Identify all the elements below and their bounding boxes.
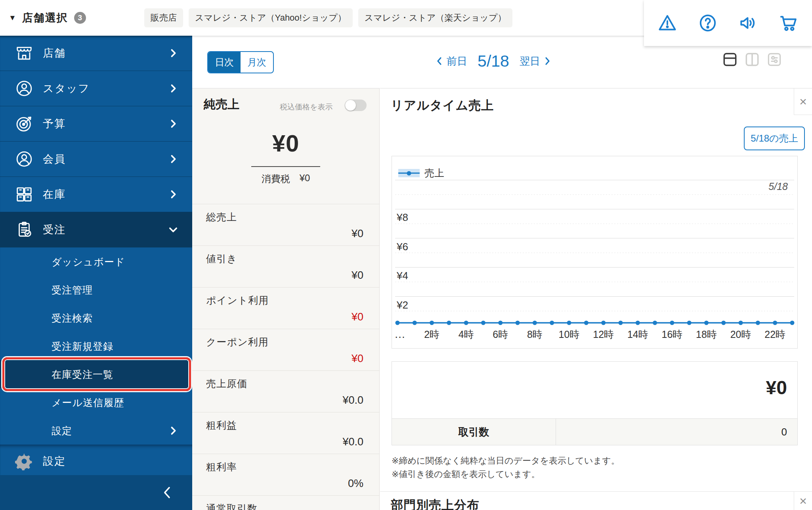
stat-value: ¥0.0	[342, 436, 363, 448]
close-icon: ×	[799, 494, 807, 508]
chevron-right-icon	[543, 56, 552, 66]
sidebar-subitem-order-search[interactable]: 受注検索	[0, 304, 192, 332]
inventory-icon	[15, 185, 33, 203]
consumption-tax-label: 消費税	[262, 173, 290, 185]
chart-date-label: 5/18	[768, 181, 788, 192]
sidebar-item-label: 予算	[43, 117, 66, 131]
layout-switcher	[722, 52, 782, 67]
svg-text:22時: 22時	[764, 329, 785, 340]
store-count-badge: 3	[74, 12, 86, 24]
svg-text:¥2: ¥2	[396, 299, 408, 311]
chevron-right-icon	[168, 189, 179, 200]
stat-row: 値引き¥0	[192, 245, 379, 287]
sidebar-item-budget[interactable]: 予算	[0, 106, 192, 142]
sidebar-subitem-inventory-order-list[interactable]: 在庫受注一覧	[0, 360, 192, 388]
chevron-left-icon	[435, 56, 444, 66]
svg-text:4時: 4時	[459, 329, 474, 340]
day-sales-button[interactable]: 5/18の売上	[744, 127, 805, 150]
svg-text:…: …	[394, 328, 405, 340]
svg-text:16時: 16時	[661, 329, 682, 340]
sidebar-item-label: 会員	[43, 152, 66, 166]
stat-label: ポイント利用	[206, 294, 269, 307]
sidebar-item-staff[interactable]: スタッフ	[0, 71, 192, 106]
store-selector-label: 店舗選択	[22, 11, 68, 25]
prev-day-label: 前日	[447, 54, 467, 68]
split-vertical-icon[interactable]	[744, 52, 760, 67]
consumption-tax-row: 消費税 ¥0	[192, 173, 379, 185]
cart-icon[interactable]	[779, 13, 799, 33]
summary-total-value: ¥0	[766, 377, 787, 399]
sidebar-subitem-order-management[interactable]: 受注管理	[0, 276, 192, 304]
footnote-1: ※締めに関係なく純粋な当日のデータを表示しています。	[392, 454, 620, 468]
gear-icon	[15, 452, 33, 470]
sidebar-subitem-mail-history[interactable]: メール送信履歴	[0, 388, 192, 416]
sidebar-subitem-label: 受注検索	[52, 311, 93, 324]
transactions-label: 取引数	[392, 419, 556, 445]
legend-label: 売上	[424, 167, 444, 180]
svg-text:6時: 6時	[493, 329, 508, 340]
store-selector[interactable]: ▼ 店舗選択 3	[9, 0, 86, 36]
legend-line-icon	[398, 169, 420, 177]
order-icon	[15, 220, 33, 239]
close-realtime-button[interactable]: ×	[794, 88, 812, 115]
stat-label: 値引き	[206, 252, 237, 265]
chart-plot-area: ¥8¥6¥4¥2…2時4時6時8時10時12時14時16時18時20時22時	[392, 156, 797, 348]
tab-monthly[interactable]: 月次	[241, 52, 273, 73]
stat-label: クーポン利用	[206, 336, 269, 349]
store-chips: 販売店 スマレジ・ストア（Yahoo!ショップ）スマレジ・ストア（楽天ショップ）	[144, 8, 512, 27]
store-chip[interactable]: スマレジ・ストア（Yahoo!ショップ）	[189, 8, 353, 27]
close-department-section-button[interactable]: ×	[794, 492, 812, 510]
sidebar-item-settings[interactable]: 設定	[0, 445, 192, 477]
channel-tag: 販売店	[144, 8, 183, 27]
sidebar-item-orders[interactable]: 受注	[0, 212, 192, 247]
next-day-button[interactable]: 翌日	[520, 54, 552, 68]
sidebar-item-label: スタッフ	[43, 81, 90, 96]
tax-display-toggle[interactable]	[345, 100, 367, 111]
stat-value: ¥0.0	[342, 394, 363, 406]
stat-value: ¥0	[352, 311, 363, 323]
sidebar-subitem-label: ダッシュボード	[52, 255, 125, 268]
header-icon-panel	[644, 0, 812, 46]
period-toggle: 日次 月次	[207, 51, 274, 73]
current-date[interactable]: 5/18	[478, 52, 509, 71]
stat-row: ポイント利用¥0	[192, 287, 379, 329]
chart-legend[interactable]: 売上	[398, 167, 444, 180]
transactions-row: 取引数 0	[392, 418, 797, 445]
stat-row: クーポン利用¥0	[192, 329, 379, 370]
stat-row: 売上原価¥0.0	[192, 370, 379, 412]
tab-daily[interactable]: 日次	[208, 52, 241, 73]
footnote-2: ※値引き後の金額を表示しています。	[392, 468, 620, 481]
chevron-down-icon	[168, 224, 179, 235]
net-sales-title: 純売上	[204, 96, 239, 113]
svg-text:2時: 2時	[424, 329, 439, 340]
customize-panels-icon[interactable]	[766, 52, 782, 67]
department-sales-title: 部門別売上分布	[391, 497, 480, 510]
chevron-right-icon	[168, 118, 179, 129]
prev-day-button[interactable]: 前日	[435, 54, 467, 68]
sidebar-item-store[interactable]: 店舗	[0, 36, 192, 71]
svg-text:18時: 18時	[696, 329, 717, 340]
sidebar-subitem-dashboard[interactable]: ダッシュボード	[0, 247, 192, 276]
sidebar-subitem-label: 在庫受注一覧	[52, 368, 113, 381]
sidebar-subitem-order-new[interactable]: 受注新規登録	[0, 332, 192, 360]
sidebar: 店舗スタッフ予算会員在庫受注ダッシュボード受注管理受注検索受注新規登録在庫受注一…	[0, 36, 192, 510]
dropdown-caret-icon: ▼	[9, 13, 16, 22]
svg-text:12時: 12時	[593, 329, 614, 340]
store-chip[interactable]: スマレジ・ストア（楽天ショップ）	[358, 8, 513, 27]
sidebar-collapse-button[interactable]	[161, 485, 173, 500]
announcement-icon[interactable]	[738, 13, 758, 33]
sidebar-menu: 店舗スタッフ予算会員在庫受注ダッシュボード受注管理受注検索受注新規登録在庫受注一…	[0, 36, 192, 445]
split-horizontal-icon[interactable]	[722, 52, 738, 67]
stat-value: ¥0	[352, 228, 363, 240]
main-content: 日次 月次 前日 5/18 翌日	[192, 36, 812, 510]
sales-summary-box: ¥0 取引数 0	[392, 361, 798, 445]
sidebar-item-member[interactable]: 会員	[0, 142, 192, 177]
sidebar-item-inventory[interactable]: 在庫	[0, 177, 192, 212]
next-day-label: 翌日	[520, 54, 540, 68]
realtime-sales-panel: × リアルタイム売上 5/18の売上 ¥8¥6¥4¥2…2時4時6時8時10時1…	[380, 88, 812, 510]
alert-icon[interactable]	[657, 13, 677, 33]
help-icon[interactable]	[698, 13, 718, 33]
sidebar-subitem-order-settings[interactable]: 設定	[0, 416, 192, 445]
sidebar-subitem-label: 設定	[52, 424, 72, 437]
stat-value: ¥0	[352, 269, 363, 282]
